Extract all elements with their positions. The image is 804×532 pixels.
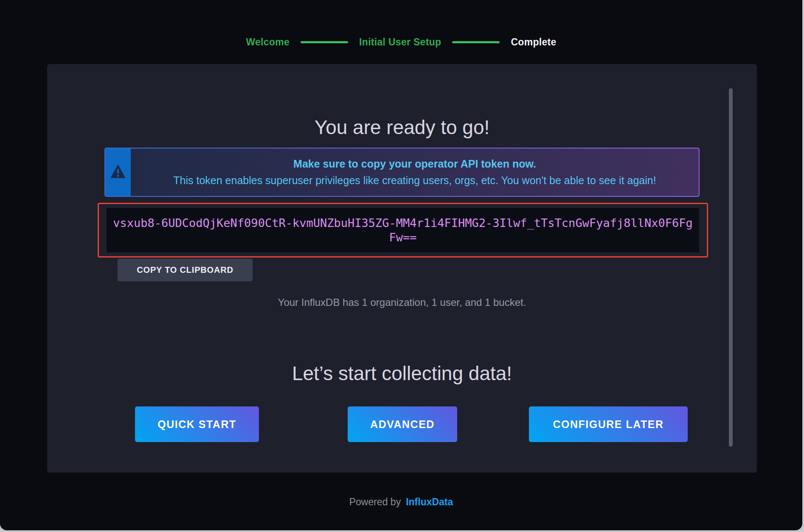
setup-wizard-screen: Welcome Initial User Setup Complete You … — [0, 0, 802, 530]
warning-body-text: This token enables superuser privileges … — [131, 172, 699, 189]
api-token-line2: Fw== — [389, 230, 416, 245]
configure-later-button[interactable]: CONFIGURE LATER — [529, 406, 688, 442]
api-token-line1: vsxub8-6UDCodQjKeNf090CtR-kvmUNZbuHI35ZG… — [113, 216, 692, 230]
step-welcome: Welcome — [246, 36, 290, 48]
powered-by-label: Powered by — [349, 496, 401, 508]
api-token-warning-banner: Make sure to copy your operator API toke… — [104, 148, 700, 197]
influxdata-brand-link[interactable]: InfluxData — [406, 496, 453, 508]
instance-summary-text: Your InfluxDB has 1 organization, 1 user… — [47, 297, 757, 308]
quick-start-button[interactable]: QUICK START — [135, 406, 259, 442]
card-scrollbar-thumb[interactable] — [729, 88, 733, 447]
advanced-button[interactable]: ADVANCED — [348, 406, 457, 442]
wizard-stepper: Welcome Initial User Setup Complete — [0, 36, 802, 48]
step-connector-line — [452, 41, 500, 43]
warning-triangle-icon — [110, 164, 126, 181]
step-connector-line — [301, 41, 348, 43]
copy-to-clipboard-button[interactable]: COPY TO CLIPBOARD — [118, 259, 253, 281]
collect-data-title: Let’s start collecting data! — [47, 362, 757, 385]
step-complete: Complete — [511, 36, 556, 48]
footer: Powered by InfluxData — [0, 496, 802, 508]
wizard-card: You are ready to go! Make sure to copy y… — [47, 64, 757, 473]
warning-banner-body: Make sure to copy your operator API toke… — [105, 148, 699, 196]
step-initial-user-setup: Initial User Setup — [359, 36, 441, 48]
warning-icon-box — [105, 148, 131, 196]
api-token-box: vsxub8-6UDCodQjKeNf090CtR-kvmUNZbuHI35ZG… — [107, 208, 699, 252]
warning-title: Make sure to copy your operator API toke… — [131, 156, 699, 172]
ready-title: You are ready to go! — [47, 116, 757, 139]
token-highlight-annotation: vsxub8-6UDCodQjKeNf090CtR-kvmUNZbuHI35ZG… — [98, 203, 708, 258]
